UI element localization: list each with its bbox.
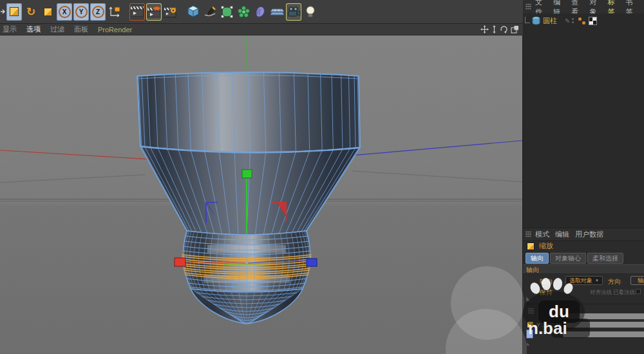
ap-menu-mode[interactable]: 模式: [535, 230, 549, 239]
maximize-view-icon[interactable]: [511, 25, 519, 34]
slider-x[interactable]: [567, 313, 644, 319]
tree-branch-icon: [525, 17, 530, 23]
edit-pencil-icon[interactable]: ✎: [565, 17, 570, 25]
light-icon[interactable]: [303, 3, 318, 21]
normal-checkbox[interactable]: [636, 289, 641, 294]
normal-option-2[interactable]: 已看法线: [613, 289, 635, 297]
ap-menu-edit[interactable]: 编辑: [555, 230, 569, 239]
viewport[interactable]: [0, 35, 523, 354]
tab-soft-selection[interactable]: 柔和选择: [587, 253, 623, 264]
render-to-picture-viewer-icon[interactable]: [146, 3, 162, 21]
last-used-tool-icon[interactable]: [40, 3, 55, 21]
divider: [523, 304, 644, 304]
application-window: ↻ X Y Z: [0, 0, 644, 354]
viewport-menu-prorender[interactable]: ProRender: [98, 26, 132, 34]
cylinder-object-icon: [531, 16, 541, 25]
viewport-menubar: 显示 选项 过滤 面板 ProRender: [0, 24, 523, 35]
viewport-menu-panel[interactable]: 面板: [74, 25, 88, 34]
panel-grip-icon[interactable]: [528, 308, 534, 315]
direction-value: 轴向: [638, 277, 644, 285]
scale-tool-icon[interactable]: [6, 3, 22, 21]
array-modeling-icon[interactable]: [236, 3, 251, 21]
zoom-icon[interactable]: [491, 25, 497, 34]
lock-x-axis-icon[interactable]: X: [57, 3, 72, 21]
viewport-menu-options[interactable]: 选项: [26, 25, 41, 34]
rotate-view-icon[interactable]: [500, 25, 508, 34]
add-cube-primitive-icon[interactable]: [185, 3, 201, 21]
slider-z[interactable]: [563, 331, 644, 337]
viewport-nav-group: [478, 25, 519, 34]
direction-field-label: 方向: [608, 277, 621, 286]
scale-tool-mini-icon: [527, 242, 535, 250]
render-view-icon[interactable]: [129, 3, 145, 21]
blue-tool-icon: [526, 329, 533, 339]
panel-corner-triangle: [527, 342, 530, 346]
right-panel: 文件 编辑 查看 对象 标签 书签 圆柱 ✎ 模式: [523, 0, 644, 354]
floor-environment-icon[interactable]: [269, 3, 285, 21]
object-row-cylinder[interactable]: 圆柱 ✎: [525, 15, 597, 26]
panel-grip-icon[interactable]: [526, 231, 531, 238]
subdivision-surface-icon[interactable]: [219, 3, 234, 21]
active-tool-row: 缩放: [523, 241, 644, 251]
enable-dots-icon[interactable]: [578, 17, 586, 25]
slider-y[interactable]: [567, 322, 644, 328]
keep-field-row: 保持 对齐法线 已看法线: [523, 288, 644, 297]
attribute-tabs: 轴向 对象轴心 柔和选择: [526, 253, 625, 264]
keep-field-label: 保持: [540, 288, 553, 297]
main-toolbar: ↻ X Y Z: [0, 0, 523, 24]
coordinate-system-icon[interactable]: [107, 3, 122, 21]
active-tool-label: 缩放: [539, 241, 553, 251]
rotate-tool-icon[interactable]: ↻: [23, 3, 39, 21]
pen-spline-icon[interactable]: [202, 3, 218, 21]
viewport-menu-filter[interactable]: 过滤: [50, 25, 64, 34]
ap-menu-userdata[interactable]: 用户数据: [575, 230, 603, 239]
chevron-down-icon: ▼: [595, 279, 599, 282]
lock-z-axis-icon[interactable]: Z: [90, 3, 106, 21]
object-name[interactable]: 圆柱: [543, 16, 557, 26]
object-manager[interactable]: 圆柱 ✎: [523, 14, 644, 227]
normal-option-1[interactable]: 对齐法线: [590, 289, 612, 297]
object-manager-menubar: 文件 编辑 查看 对象 标签 书签: [523, 0, 644, 14]
axis-field-row: 轴向 . . . 选取对象 ▼ 方向 . . . 轴向: [523, 276, 644, 286]
axis-field-label: 轴向: [540, 277, 553, 286]
camera-icon[interactable]: [286, 3, 301, 21]
direction-value-button[interactable]: 轴向: [630, 276, 644, 285]
deformer-icon[interactable]: [252, 3, 268, 21]
slider-y-value[interactable]: 0 %: [547, 321, 565, 329]
axis-mode-value: 选取对象: [569, 277, 592, 285]
section-header-axis[interactable]: 轴向: [523, 264, 644, 274]
render-settings-icon[interactable]: [163, 3, 178, 21]
checker-texture-tag-icon[interactable]: [589, 17, 597, 25]
tab-object-axis[interactable]: 对象轴心: [550, 253, 586, 264]
dots-leader: . . .: [555, 279, 565, 284]
viewport-menu-display[interactable]: 显示: [3, 25, 17, 34]
viewport-3d-scene[interactable]: [0, 35, 522, 354]
slider-y-label: Y . .: [536, 322, 547, 328]
slider-y-value-text: 0 %: [551, 322, 562, 328]
visibility-dots-icon[interactable]: [572, 17, 574, 25]
tab-axis[interactable]: 轴向: [526, 253, 549, 264]
attributes-menubar: 模式 编辑 用户数据: [523, 228, 644, 241]
panel-corner-triangle: [526, 297, 531, 301]
axis-mode-dropdown[interactable]: 选取对象 ▼: [565, 276, 603, 285]
move-tool-icon[interactable]: [1, 3, 6, 21]
lock-y-axis-icon[interactable]: Y: [73, 3, 89, 21]
panel-grip-icon[interactable]: [526, 3, 531, 10]
scale-axis-mini-icon: [527, 321, 534, 328]
pan-icon[interactable]: [480, 25, 489, 34]
